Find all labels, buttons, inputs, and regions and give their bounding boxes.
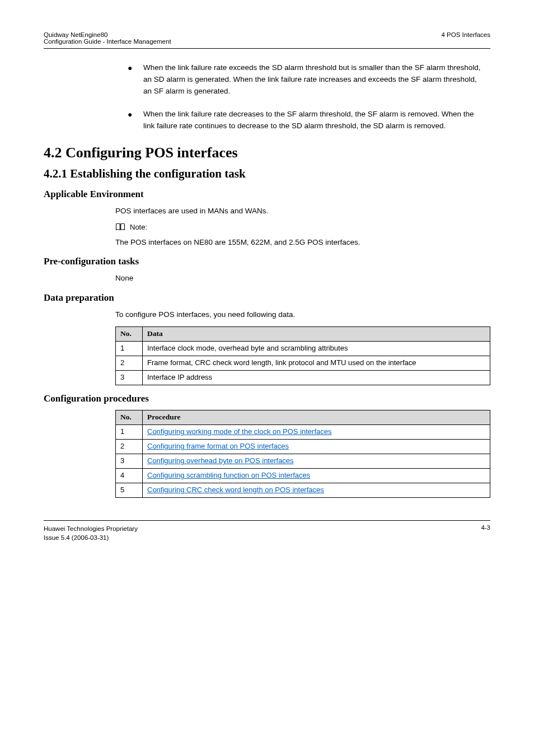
dataprep-heading: Data preparation xyxy=(44,292,490,304)
col-header-data: Data xyxy=(143,327,490,342)
cell-proc: Configuring working mode of the clock on… xyxy=(143,425,490,440)
bullet-marker: ● xyxy=(128,109,143,132)
footer-rule xyxy=(44,520,490,521)
procedure-link[interactable]: Configuring working mode of the clock on… xyxy=(147,427,332,436)
note-row: Note: xyxy=(115,223,490,231)
data-preparation-table: No. Data 1 Interface clock mode, overhea… xyxy=(115,326,490,385)
page-footer: Huawei Technologies Proprietary Issue 5.… xyxy=(44,524,490,542)
cell-no: 1 xyxy=(116,425,143,440)
cell-data: Interface IP address xyxy=(143,371,490,385)
cell-no: 1 xyxy=(116,342,143,356)
footer-left-line2: Issue 5.4 (2006-03-31) xyxy=(44,533,138,542)
cell-no: 3 xyxy=(116,454,143,469)
procedure-link[interactable]: Configuring CRC check word length on POS… xyxy=(147,486,324,494)
table-row: 4 Configuring scrambling function on POS… xyxy=(116,469,490,483)
table-row: 2 Configuring frame format on POS interf… xyxy=(116,440,490,454)
cell-data: Frame format, CRC check word length, lin… xyxy=(143,356,490,371)
cell-proc: Configuring frame format on POS interfac… xyxy=(143,440,490,454)
footer-left: Huawei Technologies Proprietary Issue 5.… xyxy=(44,524,138,542)
table-row: 1 Interface clock mode, overhead byte an… xyxy=(116,342,490,356)
col-header-procedure: Procedure xyxy=(143,410,490,425)
bullet-marker: ● xyxy=(128,62,143,97)
applicable-environment-heading: Applicable Environment xyxy=(44,189,490,200)
header-left: Quidway NetEngine80 Configuration Guide … xyxy=(44,31,171,45)
cell-proc: Configuring overhead byte on POS interfa… xyxy=(143,454,490,469)
cell-no: 4 xyxy=(116,469,143,483)
preconfig-body: None xyxy=(115,273,485,284)
bullet-text: When the link failure rate decreases to … xyxy=(143,109,485,132)
bullet-item: ● When the link failure rate decreases t… xyxy=(128,109,485,132)
applicable-environment-body: POS interfaces are used in MANs and WANs… xyxy=(115,206,485,217)
cell-data: Interface clock mode, overhead byte and … xyxy=(143,342,490,356)
bullet-list: ● When the link failure rate exceeds the… xyxy=(128,62,485,132)
note-label: Note: xyxy=(130,223,147,231)
header-right-text: 4 POS Interfaces xyxy=(441,31,490,38)
table-header-row: No. Data xyxy=(116,327,490,342)
table-row: 1 Configuring working mode of the clock … xyxy=(116,425,490,440)
header-left-line1: Quidway NetEngine80 xyxy=(44,31,171,38)
footer-left-line1: Huawei Technologies Proprietary xyxy=(44,524,138,533)
header-left-line2: Configuration Guide - Interface Manageme… xyxy=(44,38,171,45)
bullet-text: When the link failure rate exceeds the S… xyxy=(143,62,485,97)
table-row: 3 Configuring overhead byte on POS inter… xyxy=(116,454,490,469)
section-heading-2: 4.2.1 Establishing the configuration tas… xyxy=(44,167,490,181)
table-header-row: No. Procedure xyxy=(116,410,490,425)
cell-no: 5 xyxy=(116,483,143,498)
header-rule xyxy=(44,48,490,49)
col-header-no: No. xyxy=(116,410,143,425)
cell-no: 3 xyxy=(116,371,143,385)
table-row: 3 Interface IP address xyxy=(116,371,490,385)
page-header: Quidway NetEngine80 Configuration Guide … xyxy=(44,31,490,45)
footer-right: 4-3 xyxy=(481,524,490,542)
cell-proc: Configuring CRC check word length on POS… xyxy=(143,483,490,498)
preconfig-heading: Pre-configuration tasks xyxy=(44,256,490,267)
section-heading-1: 4.2 Configuring POS interfaces xyxy=(44,144,490,161)
table-row: 2 Frame format, CRC check word length, l… xyxy=(116,356,490,371)
col-header-no: No. xyxy=(116,327,143,342)
bullet-item: ● When the link failure rate exceeds the… xyxy=(128,62,485,97)
note-body: The POS interfaces on NE80 are 155M, 622… xyxy=(115,237,485,249)
procedure-link[interactable]: Configuring overhead byte on POS interfa… xyxy=(147,456,294,465)
dataprep-intro: To configure POS interfaces, you need fo… xyxy=(115,309,485,321)
table-row: 5 Configuring CRC check word length on P… xyxy=(116,483,490,498)
procedure-link[interactable]: Configuring scrambling function on POS i… xyxy=(147,471,310,479)
header-right: 4 POS Interfaces xyxy=(441,31,490,45)
cell-proc: Configuring scrambling function on POS i… xyxy=(143,469,490,483)
procedure-link[interactable]: Configuring frame format on POS interfac… xyxy=(147,442,289,450)
cell-no: 2 xyxy=(116,440,143,454)
cell-no: 2 xyxy=(116,356,143,371)
book-icon xyxy=(115,223,125,231)
config-procedures-heading: Configuration procedures xyxy=(44,393,490,404)
config-procedures-table: No. Procedure 1 Configuring working mode… xyxy=(115,410,490,498)
